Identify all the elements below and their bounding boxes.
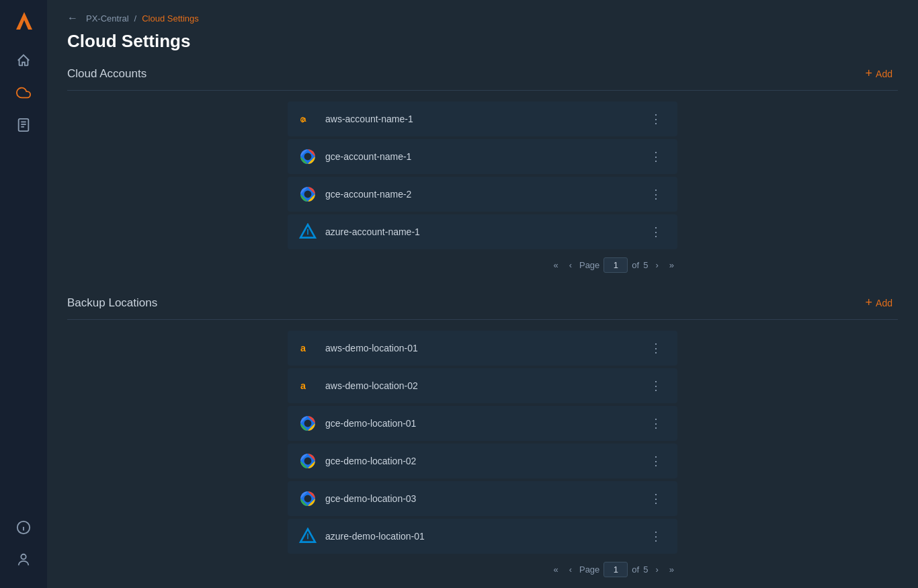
nav-cloud-icon[interactable] [10, 79, 37, 106]
account-name: azure-account-name-1 [325, 226, 420, 237]
info-icon[interactable] [10, 514, 37, 541]
breadcrumb-current: Cloud Settings [142, 13, 199, 24]
table-row[interactable]: a aws-demo-location-01 ⋮ [288, 331, 677, 366]
user-icon[interactable] [10, 546, 37, 573]
svg-point-19 [304, 420, 312, 427]
app-logo[interactable] [11, 8, 36, 34]
svg-marker-0 [16, 12, 32, 30]
total-pages: 5 [643, 564, 648, 575]
main-content: ← PX-Central / Cloud Settings Cloud Sett… [47, 0, 918, 588]
account-left: azure-account-name-1 [298, 222, 420, 241]
svg-point-13 [304, 191, 312, 198]
plus-icon: + [866, 296, 873, 310]
gce-icon [298, 414, 317, 433]
table-row[interactable]: a aws-demo-location-02 ⋮ [288, 368, 677, 403]
next-page-button[interactable]: › [652, 259, 661, 271]
page-input[interactable] [603, 257, 628, 273]
sidebar [0, 0, 47, 588]
add-cloud-account-button[interactable]: + Add [860, 64, 898, 83]
svg-text:a: a [302, 114, 306, 123]
account-left: a aws-demo-location-01 [298, 339, 418, 358]
cloud-accounts-section: Cloud Accounts + Add a aws-account-name-… [67, 64, 898, 273]
table-row[interactable]: gce-demo-location-02 ⋮ [288, 444, 677, 478]
kebab-menu-button[interactable]: ⋮ [646, 224, 667, 239]
last-page-button[interactable]: » [666, 563, 677, 576]
table-row[interactable]: azure-demo-location-01 ⋮ [288, 519, 677, 554]
add-backup-location-button[interactable]: + Add [860, 293, 898, 312]
page-input[interactable] [603, 562, 628, 577]
nav-home-icon[interactable] [10, 47, 37, 74]
svg-text:a: a [300, 343, 306, 353]
kebab-menu-button[interactable]: ⋮ [646, 491, 667, 506]
nav-docs-icon[interactable] [10, 112, 37, 138]
table-row[interactable]: a aws-account-name-1 ⋮ [288, 101, 677, 136]
kebab-menu-button[interactable]: ⋮ [646, 416, 667, 431]
svg-point-8 [21, 554, 26, 559]
page-label: Page [579, 260, 599, 270]
kebab-menu-button[interactable]: ⋮ [646, 454, 667, 468]
of-label: of [632, 260, 639, 270]
plus-icon: + [866, 67, 873, 81]
cloud-accounts-list: a aws-account-name-1 ⋮ [288, 101, 677, 249]
back-button[interactable]: ← [67, 12, 78, 24]
kebab-menu-button[interactable]: ⋮ [646, 112, 667, 126]
account-name: gce-demo-location-03 [325, 493, 416, 504]
first-page-button[interactable]: « [550, 259, 561, 271]
total-pages: 5 [643, 260, 648, 270]
account-left: gce-account-name-2 [298, 185, 411, 204]
account-left: a aws-demo-location-02 [298, 376, 418, 395]
next-page-button[interactable]: › [652, 563, 661, 576]
account-name: aws-account-name-1 [325, 114, 413, 124]
breadcrumb-parent[interactable]: PX-Central [86, 13, 129, 24]
account-name: aws-demo-location-01 [325, 343, 418, 353]
of-label: of [632, 564, 639, 575]
cloud-accounts-title: Cloud Accounts [67, 67, 147, 81]
prev-page-button[interactable]: ‹ [566, 563, 575, 576]
breadcrumb-separator: / [134, 13, 137, 24]
svg-point-21 [304, 458, 312, 465]
table-row[interactable]: gce-demo-location-01 ⋮ [288, 406, 677, 441]
add-cloud-account-label: Add [876, 69, 892, 79]
account-left: azure-demo-location-01 [298, 527, 425, 546]
svg-point-23 [304, 495, 312, 503]
svg-text:a: a [300, 380, 306, 391]
backup-locations-pagination: « ‹ Page of 5 › » [288, 562, 677, 577]
cloud-accounts-header: Cloud Accounts + Add [67, 64, 898, 91]
table-row[interactable]: gce-account-name-2 ⋮ [288, 177, 677, 212]
account-name: gce-account-name-2 [325, 189, 411, 200]
cloud-accounts-pagination: « ‹ Page of 5 › » [288, 257, 677, 273]
account-name: azure-demo-location-01 [325, 531, 425, 542]
table-row[interactable]: gce-account-name-1 ⋮ [288, 139, 677, 174]
account-left: gce-demo-location-03 [298, 489, 416, 508]
account-name: aws-demo-location-02 [325, 380, 418, 391]
sidebar-bottom [10, 514, 37, 580]
table-row[interactable]: gce-demo-location-03 ⋮ [288, 481, 677, 516]
kebab-menu-button[interactable]: ⋮ [646, 529, 667, 544]
aws-icon: a [298, 110, 317, 128]
gce-icon [298, 185, 317, 204]
kebab-menu-button[interactable]: ⋮ [646, 378, 667, 393]
kebab-menu-button[interactable]: ⋮ [646, 341, 667, 355]
azure-icon [298, 222, 317, 241]
last-page-button[interactable]: » [666, 259, 677, 271]
svg-point-11 [304, 153, 312, 161]
account-left: gce-account-name-1 [298, 147, 411, 166]
prev-page-button[interactable]: ‹ [566, 259, 575, 271]
gce-icon [298, 147, 317, 166]
add-backup-label: Add [876, 298, 892, 308]
account-name: gce-demo-location-02 [325, 456, 416, 466]
page-label: Page [579, 564, 599, 575]
aws-icon: a [298, 339, 317, 358]
gce-icon [298, 489, 317, 508]
kebab-menu-button[interactable]: ⋮ [646, 187, 667, 202]
account-left: gce-demo-location-02 [298, 452, 416, 470]
table-row[interactable]: azure-account-name-1 ⋮ [288, 214, 677, 249]
gce-icon [298, 452, 317, 470]
azure-icon [298, 527, 317, 546]
page-title: Cloud Settings [67, 31, 898, 52]
first-page-button[interactable]: « [550, 563, 561, 576]
backup-locations-list: a aws-demo-location-01 ⋮ a aws-demo-loca… [288, 331, 677, 554]
kebab-menu-button[interactable]: ⋮ [646, 149, 667, 164]
breadcrumb: ← PX-Central / Cloud Settings [67, 0, 898, 31]
backup-locations-header: Backup Locations + Add [67, 293, 898, 320]
